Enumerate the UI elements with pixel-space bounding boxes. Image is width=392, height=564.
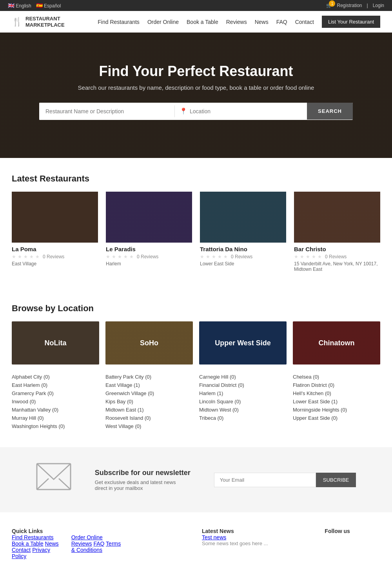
reviews-count: 0 Reviews (231, 254, 252, 259)
logo[interactable]: 🍴 RESTAURANT MARKETPLACE (12, 16, 98, 28)
nav-find-restaurants[interactable]: Find Restaurants (98, 19, 140, 25)
location-link[interactable]: Financial District (0) (199, 382, 287, 388)
footer-news-item-title[interactable]: Test news (202, 534, 226, 540)
location-link[interactable]: Midtown East (1) (105, 407, 193, 413)
location-link[interactable]: Manhattan Valley (0) (12, 407, 99, 413)
footer-link-order[interactable]: Order Online (71, 534, 103, 540)
star-4: ★ (312, 254, 316, 259)
login-link[interactable]: Login (373, 3, 384, 8)
nav-order-online[interactable]: Order Online (147, 19, 179, 25)
location-list-col1: Alphabet City (0) East Harlem (0) Gramer… (12, 374, 99, 432)
lang-es[interactable]: 🇪🇸 Español (36, 2, 61, 9)
reviews-count: 0 Reviews (137, 254, 158, 259)
location-link[interactable]: Chelsea (0) (293, 374, 380, 380)
location-link[interactable]: Washington Heights (0) (12, 423, 99, 429)
header: 🍴 RESTAURANT MARKETPLACE Find Restaurant… (0, 11, 392, 33)
location-tile-label-nolita: NoLita (12, 321, 99, 365)
location-link[interactable]: Tribeca (0) (199, 415, 287, 421)
footer-link-find[interactable]: Find Restaurants (12, 534, 54, 540)
location-link[interactable]: East Village (1) (105, 382, 193, 388)
card-location-leparadis: Harlem (106, 261, 192, 267)
location-list-col3: Carnegie Hill (0) Financial District (0)… (199, 374, 287, 432)
search-button[interactable]: SEARCH (307, 103, 353, 120)
star-1: ★ (106, 254, 110, 259)
footer-link-book[interactable]: Book a Table (12, 540, 44, 547)
newsletter-section: Subscribe for our newsletter Get exclusi… (0, 447, 392, 512)
restaurant-card-trattoria[interactable]: Trattoria Da Nino ★ ★ ★ ★ ★ 0 Reviews Lo… (200, 192, 286, 272)
location-link[interactable]: Murray Hill (0) (12, 415, 99, 421)
nav-reviews[interactable]: Reviews (226, 19, 247, 25)
list-your-restaurant-button[interactable]: List Your Restaurant (322, 16, 380, 28)
location-link[interactable]: Alphabet City (0) (12, 374, 99, 380)
latest-restaurants-title: Latest Restaurants (12, 174, 380, 184)
footer-quick-links-col: Quick Links Find Restaurants Book a Tabl… (12, 528, 123, 559)
restaurant-card-leparadis[interactable]: Le Paradis ★ ★ ★ ★ ★ 0 Reviews Harlem (106, 192, 192, 272)
card-image-trattoria (200, 192, 286, 243)
location-link[interactable]: Lincoln Square (0) (199, 399, 287, 404)
language-switcher: 🇬🇧 English 🇪🇸 Español (8, 2, 61, 9)
footer-news-item-excerpt: Some news text goes here ... (202, 540, 313, 546)
footer-follow-title: Follow us (325, 528, 380, 534)
location-link[interactable]: Roosevelt Island (0) (105, 415, 193, 421)
footer-link-news[interactable]: News (45, 540, 59, 547)
location-link[interactable]: Upper East Side (0) (293, 415, 380, 421)
nav-faq[interactable]: FAQ (276, 19, 287, 25)
search-bar: 📍 SEARCH (39, 103, 353, 120)
logo-text: RESTAURANT MARKETPLACE (25, 16, 98, 28)
location-link[interactable]: West Village (0) (105, 423, 193, 429)
location-tile-nolita[interactable]: NoLita (12, 321, 99, 365)
footer-link-contact[interactable]: Contact (12, 547, 31, 553)
nav-book-table[interactable]: Book a Table (187, 19, 218, 25)
nav-news[interactable]: News (255, 19, 269, 25)
location-link[interactable]: Hell's Kitchen (0) (293, 390, 380, 396)
footer-link-reviews[interactable]: Reviews (71, 540, 92, 547)
browse-location-section: Browse by Location NoLita SoHo Upper Wes… (0, 288, 392, 447)
main-nav: Find Restaurants Order Online Book a Tab… (98, 16, 380, 28)
newsletter-email-input[interactable] (214, 473, 316, 487)
location-lists: Alphabet City (0) East Harlem (0) Gramer… (12, 374, 380, 432)
card-name-trattoria: Trattoria Da Nino (200, 246, 286, 252)
star-2: ★ (112, 254, 116, 259)
newsletter-form: SUBCRIBE (214, 473, 356, 487)
location-link[interactable]: Inwood (0) (12, 399, 99, 404)
location-link[interactable]: Kips Bay (0) (105, 399, 193, 404)
location-tile-upperwestside[interactable]: Upper West Side (199, 321, 287, 365)
location-link[interactable]: Morningside Heights (0) (293, 407, 380, 413)
subscribe-button[interactable]: SUBCRIBE (316, 473, 356, 487)
location-link[interactable]: Midtown West (0) (199, 407, 287, 413)
star-4: ★ (218, 254, 222, 259)
star-5: ★ (318, 254, 322, 259)
hero-section: Find Your Perfect Restaurant Search our … (0, 33, 392, 158)
location-link[interactable]: Carnegie Hill (0) (199, 374, 287, 380)
location-input[interactable] (190, 108, 302, 114)
restaurant-card-barchristo[interactable]: Bar Christo ★ ★ ★ ★ ★ 0 Reviews 15 Vande… (294, 192, 380, 272)
location-tile-chinatown[interactable]: Chinatown (293, 321, 380, 365)
location-link[interactable]: Lower East Side (1) (293, 399, 380, 404)
star-3: ★ (306, 254, 310, 259)
registration-link[interactable]: Registration (337, 3, 362, 8)
footer-links-col1: Find Restaurants Book a Table News Conta… (12, 534, 64, 559)
location-tile-soho[interactable]: SoHo (105, 321, 193, 365)
footer-link-faq[interactable]: FAQ (93, 540, 104, 547)
location-link[interactable]: Greenwich Village (0) (105, 390, 193, 396)
top-bar-right: 🛒 1 Registration | Login (326, 3, 384, 8)
location-tiles-grid: NoLita SoHo Upper West Side Chinatown (12, 321, 380, 365)
location-link[interactable]: Battery Park City (0) (105, 374, 193, 380)
svg-line-1 (37, 479, 49, 490)
cart-icon[interactable]: 🛒 1 (326, 3, 332, 8)
location-link[interactable]: Flatiron District (0) (293, 382, 380, 388)
restaurant-card-lapoma[interactable]: La Poma ★ ★ ★ ★ ★ 0 Reviews East Village (12, 192, 98, 272)
card-image-lapoma (12, 192, 98, 243)
footer-links-col2: Order Online Reviews FAQ Terms & Conditi… (71, 534, 123, 559)
newsletter-envelope-icon (36, 463, 71, 497)
location-link[interactable]: Harlem (1) (199, 390, 287, 396)
restaurant-cards-grid: La Poma ★ ★ ★ ★ ★ 0 Reviews East Village… (12, 192, 380, 272)
location-link[interactable]: Gramercy Park (0) (12, 390, 99, 396)
star-4: ★ (29, 254, 34, 259)
star-4: ★ (123, 254, 128, 259)
lang-en[interactable]: 🇬🇧 English (8, 2, 31, 9)
footer-links-2col: Find Restaurants Book a Table News Conta… (12, 534, 123, 559)
nav-contact[interactable]: Contact (295, 19, 314, 25)
location-link[interactable]: East Harlem (0) (12, 382, 99, 388)
search-input[interactable] (39, 103, 174, 120)
